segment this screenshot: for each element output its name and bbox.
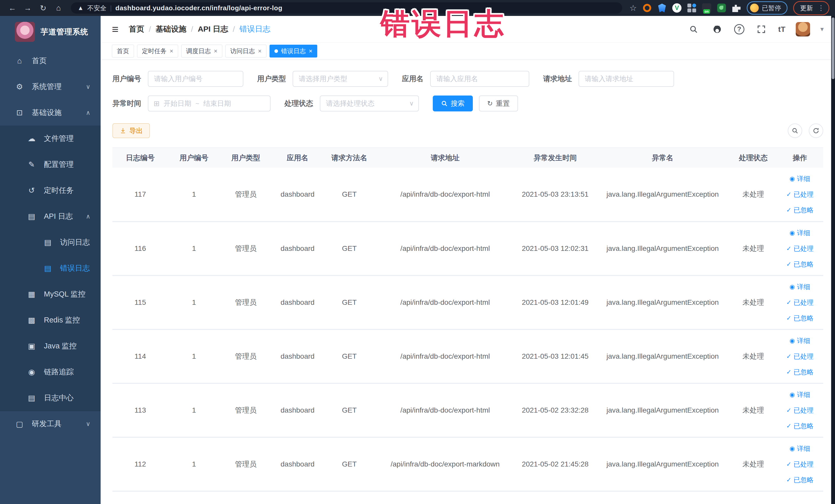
- browser-update-button[interactable]: 更新 ⋮: [793, 1, 829, 15]
- tab-error-log[interactable]: 错误日志 ×: [269, 45, 317, 58]
- page-scrollbar[interactable]: [831, 16, 835, 504]
- browser-home-button[interactable]: ⌂: [52, 1, 65, 15]
- sidebar-item-scheduled-tasks[interactable]: ↺ 定时任务: [0, 177, 101, 203]
- ignored-link[interactable]: ✓已忽略: [786, 314, 813, 323]
- sidebar-item-home[interactable]: ⌂ 首页: [0, 48, 101, 74]
- tab-home[interactable]: 首页: [112, 45, 134, 58]
- user-id-input[interactable]: [148, 71, 243, 87]
- ignored-label: 已忽略: [793, 422, 813, 430]
- breadcrumb-infrastructure[interactable]: 基础设施: [156, 24, 186, 35]
- select-placeholder: 请选择处理状态: [326, 99, 406, 108]
- address-bar[interactable]: ▲ 不安全 | dashboard.yudao.iocoder.cn/infra…: [71, 2, 622, 14]
- ignored-link[interactable]: ✓已忽略: [786, 260, 813, 269]
- extension-grid-icon[interactable]: [687, 3, 696, 13]
- detail-link[interactable]: ◉详细: [790, 174, 810, 183]
- sidebar-collapse-icon[interactable]: ≡: [112, 23, 119, 36]
- avatar-caret-icon[interactable]: ▾: [820, 25, 824, 33]
- font-size-icon[interactable]: tT: [778, 25, 786, 34]
- browser-back-button[interactable]: ←: [6, 1, 19, 15]
- search-icon[interactable]: [687, 23, 700, 36]
- sidebar-item-log-center[interactable]: ▤ 日志中心: [0, 385, 101, 411]
- profile-paused-chip[interactable]: 已暂停: [747, 1, 788, 15]
- sidebar-item-label: 定时任务: [44, 185, 90, 196]
- github-icon[interactable]: [711, 23, 724, 36]
- processed-link[interactable]: ✓已处理: [786, 406, 813, 415]
- log-icon: ▤: [43, 264, 53, 273]
- request-url-input[interactable]: [578, 71, 674, 87]
- browser-forward-button[interactable]: →: [21, 1, 34, 15]
- export-button[interactable]: 导出: [113, 123, 150, 138]
- sidebar-item-file-management[interactable]: ☁ 文件管理: [0, 125, 101, 152]
- app-name-input[interactable]: [430, 71, 529, 87]
- user-type-select[interactable]: 请选择用户类型 ∨: [292, 71, 388, 87]
- sidebar-item-label: 日志中心: [44, 393, 90, 403]
- sidebar-item-access-log[interactable]: ▤ 访问日志: [0, 229, 101, 255]
- extension-orange-icon[interactable]: [643, 3, 652, 13]
- cell-actions: ◉详细 ✓已处理 ✓已忽略: [776, 276, 823, 329]
- sidebar-item-dev-tools[interactable]: ▢ 研发工具 ∨: [0, 411, 101, 437]
- sidebar-item-api-log[interactable]: ▤ API 日志 ∧: [0, 203, 101, 229]
- extension-shield-icon[interactable]: [657, 3, 667, 13]
- sidebar-item-label: 研发工具: [32, 419, 78, 429]
- ignored-link[interactable]: ✓已忽略: [786, 476, 813, 484]
- tab-scheduled-tasks[interactable]: 定时任务 ×: [137, 45, 178, 58]
- date-range-picker[interactable]: ⊞ 开始日期 ~ 结束日期: [148, 96, 270, 112]
- user-avatar[interactable]: [796, 22, 810, 37]
- process-status-select[interactable]: 请选择处理状态 ∨: [320, 96, 419, 112]
- extension-leaf-icon[interactable]: [717, 3, 726, 13]
- start-date-placeholder: 开始日期: [163, 99, 191, 108]
- cloud-icon: ☁: [27, 134, 36, 143]
- sidebar-item-mysql-monitor[interactable]: ▦ MySQL 监控: [0, 281, 101, 307]
- extension-switch-icon[interactable]: on: [702, 3, 711, 13]
- extensions-puzzle-icon[interactable]: [732, 3, 741, 13]
- cell-user-type: 管理员: [220, 222, 272, 276]
- paused-label: 已暂停: [762, 4, 781, 12]
- close-icon[interactable]: ×: [309, 47, 312, 55]
- check-icon: ✓: [786, 261, 791, 268]
- extension-green-icon[interactable]: V: [672, 3, 681, 13]
- browser-reload-button[interactable]: ↻: [37, 1, 50, 15]
- help-icon[interactable]: ?: [734, 24, 745, 35]
- processed-link[interactable]: ✓已处理: [786, 352, 813, 361]
- detail-link[interactable]: ◉详细: [790, 282, 810, 291]
- ignored-link[interactable]: ✓已忽略: [786, 368, 813, 377]
- sidebar-item-tracing[interactable]: ◉ 链路追踪: [0, 359, 101, 385]
- fullscreen-icon[interactable]: [755, 23, 768, 36]
- sidebar-header[interactable]: 芋道管理系统: [0, 16, 101, 48]
- sidebar-item-redis-monitor[interactable]: ▩ Redis 监控: [0, 307, 101, 333]
- bookmark-star-icon[interactable]: ☆: [629, 3, 637, 13]
- ignored-label: 已忽略: [793, 314, 813, 323]
- processed-link[interactable]: ✓已处理: [786, 244, 813, 253]
- search-button[interactable]: 搜索: [433, 96, 473, 112]
- sidebar-item-system-management[interactable]: ⚙ 系统管理 ∨: [0, 74, 101, 100]
- breadcrumb-separator: /: [149, 25, 151, 34]
- close-icon[interactable]: ×: [214, 47, 218, 55]
- close-icon[interactable]: ×: [170, 47, 173, 55]
- scrollbar-thumb[interactable]: [832, 18, 834, 79]
- sidebar-item-config-management[interactable]: ✎ 配置管理: [0, 152, 101, 177]
- refresh-table-icon-button[interactable]: [809, 123, 823, 138]
- breadcrumb-api-log[interactable]: API 日志: [198, 24, 228, 35]
- detail-link[interactable]: ◉详细: [790, 444, 810, 453]
- processed-label: 已处理: [793, 406, 813, 415]
- sidebar-item-infrastructure[interactable]: ⊡ 基础设施 ∧: [0, 100, 101, 125]
- tab-access-log[interactable]: 访问日志 ×: [225, 45, 266, 58]
- processed-link[interactable]: ✓已处理: [786, 460, 813, 469]
- browser-menu-kebab-icon[interactable]: ⋮: [817, 4, 824, 12]
- breadcrumb-current: 错误日志: [240, 24, 270, 35]
- sidebar-item-error-log[interactable]: ▤ 错误日志: [0, 255, 101, 281]
- show-search-icon-button[interactable]: [788, 123, 802, 138]
- ignored-link[interactable]: ✓已忽略: [786, 206, 813, 215]
- detail-link[interactable]: ◉详细: [790, 336, 810, 345]
- close-icon[interactable]: ×: [258, 47, 262, 55]
- processed-link[interactable]: ✓已处理: [786, 190, 813, 199]
- processed-link[interactable]: ✓已处理: [786, 298, 813, 307]
- eye-icon: ◉: [790, 445, 795, 452]
- breadcrumb-home[interactable]: 首页: [129, 24, 144, 35]
- ignored-link[interactable]: ✓已忽略: [786, 422, 813, 430]
- detail-link[interactable]: ◉详细: [790, 390, 810, 399]
- detail-link[interactable]: ◉详细: [790, 228, 810, 238]
- reset-button[interactable]: ↻ 重置: [479, 96, 518, 112]
- tab-schedule-log[interactable]: 调度日志 ×: [181, 45, 222, 58]
- sidebar-item-java-monitor[interactable]: ▣ Java 监控: [0, 333, 101, 359]
